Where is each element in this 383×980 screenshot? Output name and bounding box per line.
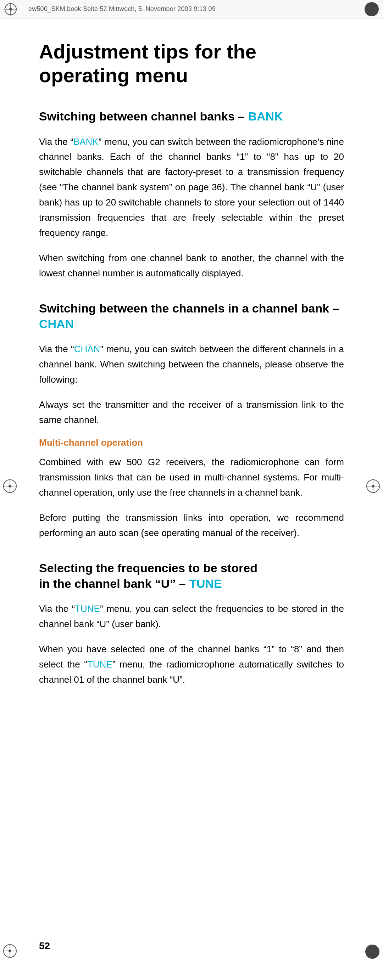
bank-highlight-1: BANK bbox=[73, 137, 99, 147]
section-3-para1: Via the “TUNE” menu, you can select the … bbox=[39, 601, 344, 632]
main-title: Adjustment tips for the operating menu bbox=[39, 40, 344, 87]
section-2-para2: Always set the transmitter and the recei… bbox=[39, 397, 344, 428]
section-1-heading: Switching between channel banks – BANK bbox=[39, 108, 344, 124]
section-1: Switching between channel banks – BANK V… bbox=[39, 108, 344, 281]
section-2-heading: Switching between the channels in a chan… bbox=[39, 301, 344, 332]
main-content: Adjustment tips for the operating menu S… bbox=[0, 18, 383, 735]
section-2: Switching between the channels in a chan… bbox=[39, 301, 344, 541]
subsection-heading-multichannel: Multi-channel operation bbox=[39, 437, 344, 448]
section-1-para2: When switching from one channel bank to … bbox=[39, 250, 344, 281]
reg-mark-top-left bbox=[3, 2, 18, 16]
section-2-para3: Combined with ew 500 G2 receivers, the r… bbox=[39, 455, 344, 500]
page-container: ew500_SKM.book Seite 52 Mittwoch, 5. Nov… bbox=[0, 0, 383, 980]
section-3-para2: When you have selected one of the channe… bbox=[39, 642, 344, 687]
svg-point-17 bbox=[365, 945, 380, 959]
section-3-heading: Selecting the frequencies to be stored i… bbox=[39, 560, 344, 591]
svg-point-4 bbox=[365, 2, 379, 16]
page-number: 52 bbox=[39, 940, 50, 951]
section-3: Selecting the frequencies to be stored i… bbox=[39, 560, 344, 687]
reg-mark-top-right bbox=[364, 2, 380, 17]
reg-mark-mid-right bbox=[365, 478, 381, 494]
header-text: ew500_SKM.book Seite 52 Mittwoch, 5. Nov… bbox=[29, 5, 215, 13]
section-2-para1: Via the “CHAN” menu, you can switch betw… bbox=[39, 342, 344, 387]
section-2-para4: Before putting the transmission links in… bbox=[39, 510, 344, 541]
reg-mark-bottom-right bbox=[365, 944, 380, 959]
tune-highlight-1: TUNE bbox=[75, 603, 100, 614]
reg-mark-mid-left bbox=[2, 478, 18, 494]
header-bar: ew500_SKM.book Seite 52 Mittwoch, 5. Nov… bbox=[0, 0, 383, 18]
section-1-para1: Via the “BANK” menu, you can switch betw… bbox=[39, 134, 344, 240]
tune-highlight-2: TUNE bbox=[87, 659, 112, 670]
reg-mark-bottom-left bbox=[2, 943, 18, 959]
chan-highlight-1: CHAN bbox=[74, 344, 101, 354]
